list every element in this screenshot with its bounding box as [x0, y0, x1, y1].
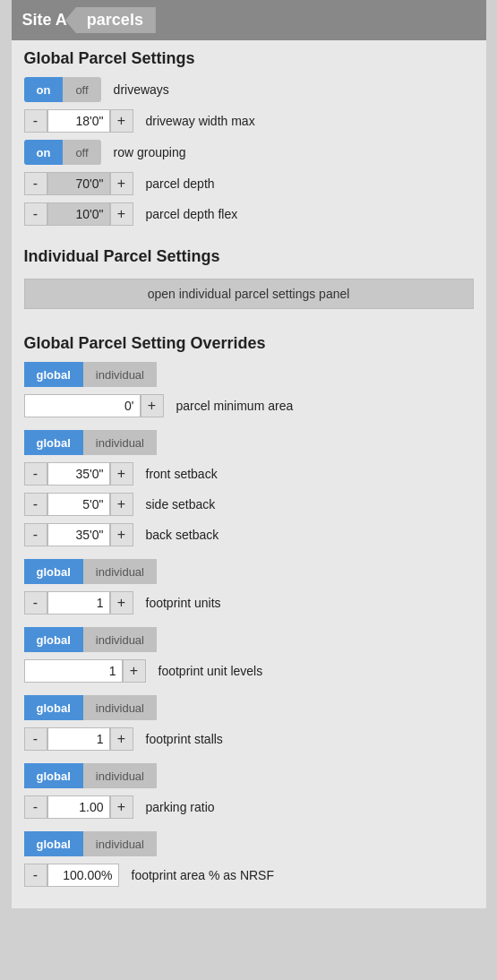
- footprint-unit-levels-global-button[interactable]: global: [24, 627, 83, 652]
- driveway-width-row: - 18'0" + driveway width max: [12, 106, 486, 136]
- footprint-area-nrsf-individual-button[interactable]: individual: [83, 831, 157, 856]
- footprint-units-plus[interactable]: +: [110, 591, 133, 615]
- header-site: Site A: [22, 11, 67, 30]
- setbacks-individual-button[interactable]: individual: [83, 430, 157, 455]
- header-parcels: parcels: [65, 7, 156, 33]
- footprint-area-nrsf-row: - 100.00% footprint area % as NRSF: [12, 860, 486, 890]
- back-setback-minus[interactable]: -: [24, 523, 47, 546]
- footprint-units-label: footprint units: [146, 596, 221, 610]
- front-setback-plus[interactable]: +: [110, 462, 133, 486]
- parcel-depth-flex-label: parcel depth flex: [146, 207, 238, 221]
- parcel-depth-label: parcel depth: [146, 176, 215, 191]
- parcel-min-area-plus[interactable]: +: [141, 394, 164, 417]
- driveway-width-plus[interactable]: +: [110, 109, 133, 133]
- parking-ratio-plus[interactable]: +: [110, 795, 133, 819]
- setbacks-global-button[interactable]: global: [24, 430, 83, 455]
- back-setback-value: 35'0": [47, 523, 110, 546]
- footprint-stalls-plus[interactable]: +: [110, 727, 133, 751]
- parcel-min-area-global-button[interactable]: global: [24, 362, 83, 387]
- side-setback-plus[interactable]: +: [110, 493, 133, 516]
- row-grouping-off-button[interactable]: off: [63, 140, 100, 165]
- parcel-min-area-toggle-row: global individual: [12, 358, 486, 391]
- parcel-min-area-label: parcel minimum area: [176, 399, 294, 413]
- footprint-units-toggle-row: global individual: [12, 555, 486, 588]
- parking-ratio-global-button[interactable]: global: [24, 763, 83, 788]
- footprint-stalls-individual-button[interactable]: individual: [83, 695, 157, 720]
- side-setback-value: 5'0": [47, 493, 110, 516]
- front-setback-label: front setback: [146, 467, 218, 481]
- parcel-depth-row: - 70'0" + parcel depth: [12, 168, 486, 199]
- footprint-stalls-minus[interactable]: -: [24, 727, 47, 751]
- parking-ratio-minus[interactable]: -: [24, 795, 47, 819]
- footprint-stalls-row: - 1 + footprint stalls: [12, 724, 486, 754]
- parking-ratio-value: 1.00: [47, 795, 110, 819]
- parcel-depth-flex-plus[interactable]: +: [110, 202, 133, 226]
- footprint-unit-levels-toggle-row: global individual: [12, 623, 486, 656]
- side-setback-row: - 5'0" + side setback: [12, 489, 486, 520]
- parcel-depth-flex-value: 10'0": [47, 202, 110, 226]
- footprint-units-global-button[interactable]: global: [24, 559, 83, 584]
- front-setback-value: 35'0": [47, 462, 110, 486]
- parcel-depth-minus[interactable]: -: [24, 172, 47, 195]
- footprint-stalls-global-button[interactable]: global: [24, 695, 83, 720]
- parking-ratio-toggle-row: global individual: [12, 760, 486, 792]
- main-container: Site A parcels Global Parcel Settings on…: [12, 0, 486, 908]
- row-grouping-toggle: on off: [24, 140, 101, 165]
- parking-ratio-label: parking ratio: [146, 800, 215, 814]
- parcel-depth-plus[interactable]: +: [110, 172, 133, 195]
- header: Site A parcels: [12, 0, 486, 40]
- footprint-unit-levels-label: footprint unit levels: [159, 664, 263, 678]
- setbacks-toggle-row: global individual: [12, 426, 486, 459]
- driveways-on-button[interactable]: on: [24, 77, 64, 102]
- footprint-unit-levels-individual-button[interactable]: individual: [83, 627, 157, 652]
- footprint-area-nrsf-value: 100.00%: [47, 864, 119, 887]
- row-grouping-on-button[interactable]: on: [24, 140, 64, 165]
- parcel-min-area-individual-button[interactable]: individual: [83, 362, 157, 387]
- front-setback-row: - 35'0" + front setback: [12, 459, 486, 489]
- row-grouping-label: row grouping: [114, 145, 186, 159]
- driveway-width-value: 18'0": [47, 109, 110, 133]
- footprint-area-nrsf-label: footprint area % as NRSF: [132, 868, 275, 882]
- footprint-unit-levels-value: 1: [24, 659, 123, 683]
- driveway-width-label: driveway width max: [146, 114, 255, 128]
- parking-ratio-individual-button[interactable]: individual: [83, 763, 157, 788]
- back-setback-label: back setback: [146, 528, 219, 542]
- footprint-unit-levels-plus[interactable]: +: [123, 659, 146, 683]
- driveways-toggle-row: on off driveways: [12, 73, 486, 106]
- driveways-toggle: on off: [24, 77, 101, 102]
- footprint-area-nrsf-minus[interactable]: -: [24, 864, 47, 887]
- parcel-depth-value: 70'0": [47, 172, 110, 195]
- side-setback-minus[interactable]: -: [24, 493, 47, 516]
- footprint-unit-levels-row: 1 + footprint unit levels: [12, 656, 486, 686]
- footprint-area-nrsf-toggle-row: global individual: [12, 828, 486, 860]
- footprint-stalls-label: footprint stalls: [146, 732, 223, 746]
- global-parcel-settings-title: Global Parcel Settings: [12, 40, 486, 73]
- footprint-stalls-value: 1: [47, 727, 110, 751]
- open-individual-panel-button[interactable]: open individual parcel settings panel: [24, 279, 474, 309]
- footprint-units-value: 1: [47, 591, 110, 615]
- side-setback-label: side setback: [146, 497, 216, 511]
- parcel-min-area-value: 0': [24, 394, 141, 417]
- footprint-area-nrsf-global-button[interactable]: global: [24, 831, 83, 856]
- individual-parcel-settings-title: Individual Parcel Settings: [12, 238, 486, 271]
- footprint-units-minus[interactable]: -: [24, 591, 47, 615]
- parking-ratio-row: - 1.00 + parking ratio: [12, 792, 486, 822]
- parcel-min-area-row: 0' + parcel minimum area: [12, 391, 486, 421]
- back-setback-row: - 35'0" + back setback: [12, 520, 486, 550]
- driveway-width-minus[interactable]: -: [24, 109, 47, 133]
- back-setback-plus[interactable]: +: [110, 523, 133, 546]
- footprint-units-individual-button[interactable]: individual: [83, 559, 157, 584]
- footprint-stalls-toggle-row: global individual: [12, 692, 486, 724]
- front-setback-minus[interactable]: -: [24, 462, 47, 486]
- row-grouping-toggle-row: on off row grouping: [12, 136, 486, 168]
- parcel-depth-flex-row: - 10'0" + parcel depth flex: [12, 199, 486, 229]
- global-overrides-title: Global Parcel Setting Overrides: [12, 325, 486, 358]
- driveways-off-button[interactable]: off: [63, 77, 100, 102]
- footprint-units-row: - 1 + footprint units: [12, 588, 486, 618]
- parcel-depth-flex-minus[interactable]: -: [24, 202, 47, 226]
- driveways-label: driveways: [114, 82, 169, 97]
